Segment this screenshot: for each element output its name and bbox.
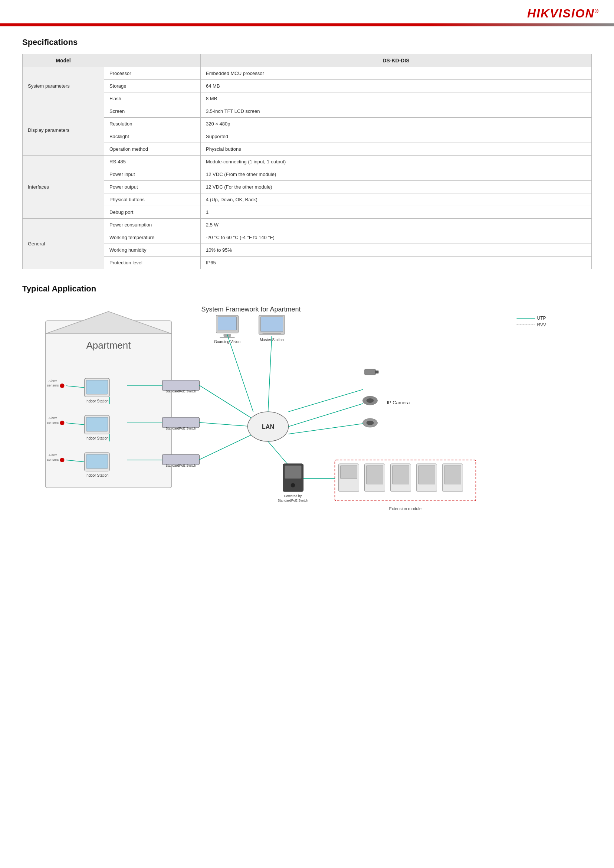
extension-module-label: Extension module — [389, 506, 422, 511]
table-row: Operation methodPhyscial buttons — [23, 143, 592, 156]
value-cell: 1 — [201, 206, 592, 219]
table-row: Working humidity10% to 95% — [23, 244, 592, 257]
svg-text:Powered by: Powered by — [284, 494, 302, 498]
value-cell: -20 °C to 60 °C (-4 °F to 140 °F) — [201, 231, 592, 244]
legend-utp: UTP — [537, 316, 546, 321]
svg-point-44 — [291, 483, 295, 487]
col-model-value: DS-KD-DIS — [201, 54, 592, 67]
value-cell: 10% to 95% — [201, 244, 592, 257]
typical-application-section: Typical Application System Framework for… — [22, 284, 592, 516]
param-cell: Physical buttons — [104, 193, 201, 206]
param-cell: Backlight — [104, 130, 201, 143]
svg-text:sensors: sensors — [47, 421, 59, 424]
svg-line-54 — [228, 334, 253, 412]
table-row: Flash8 MB — [23, 92, 592, 105]
category-cell: Display parameters — [23, 105, 104, 156]
table-row: Resolution320 × 480p — [23, 118, 592, 130]
spec-tbody: System parametersProcessorEmbedded MCU p… — [23, 67, 592, 269]
svg-line-64 — [288, 424, 363, 434]
param-cell: Working temperature — [104, 231, 201, 244]
value-cell: 8 MB — [201, 92, 592, 105]
svg-rect-50 — [220, 337, 235, 338]
svg-text:sensors: sensors — [47, 458, 59, 462]
ip-camera-label: IP Camera — [387, 400, 410, 405]
param-cell: Debug port — [104, 206, 201, 219]
param-cell: Flash — [104, 92, 201, 105]
svg-text:Indoor Station: Indoor Station — [85, 399, 109, 403]
param-cell: Power consumption — [104, 219, 201, 231]
value-cell: 2.5 W — [201, 219, 592, 231]
svg-rect-75 — [445, 465, 461, 484]
svg-point-59 — [366, 398, 374, 403]
svg-point-61 — [366, 421, 374, 425]
value-cell: 4 (Up, Down, OK, Back) — [201, 193, 592, 206]
col-model: Model — [23, 54, 104, 67]
svg-rect-12 — [163, 380, 200, 390]
value-cell: Embedded MCU processor — [201, 67, 592, 80]
svg-rect-71 — [392, 465, 409, 484]
svg-rect-53 — [263, 333, 281, 334]
svg-text:StandardPoE Switch: StandardPoE Switch — [166, 389, 196, 393]
svg-line-55 — [268, 336, 272, 412]
param-cell: Resolution — [104, 118, 201, 130]
specifications-title: Specifications — [22, 37, 592, 47]
svg-text:Indoor Station: Indoor Station — [85, 436, 109, 440]
logo-vision: VISION — [550, 7, 594, 20]
guarding-vision-label: Guarding Vision — [214, 340, 240, 344]
value-cell: 64 MB — [201, 80, 592, 92]
table-header-row: Model DS-KD-DIS — [23, 54, 592, 67]
table-row: InterfacesRS-485Module-connecting (1 inp… — [23, 156, 592, 168]
svg-rect-23 — [163, 417, 200, 428]
table-row: GeneralPower consumption2.5 W — [23, 219, 592, 231]
param-cell: Power input — [104, 168, 201, 181]
page-content: Specifications Model DS-KD-DIS System pa… — [0, 37, 614, 516]
param-cell: Storage — [104, 80, 201, 92]
logo-registered: ® — [595, 8, 599, 14]
diagram-title: System Framework for Apartment — [202, 306, 301, 313]
category-cell: General — [23, 219, 104, 269]
table-row: Working temperature-20 °C to 60 °C (-4 °… — [23, 231, 592, 244]
header: HIKVISION® — [0, 0, 614, 23]
diagram-container: System Framework for Apartment UTP RVV A… — [22, 300, 592, 516]
svg-rect-33 — [163, 454, 200, 465]
svg-line-37 — [200, 423, 253, 426]
param-cell: Protection level — [104, 257, 201, 269]
svg-line-38 — [200, 434, 253, 460]
table-row: Power output12 VDC (For the other module… — [23, 181, 592, 193]
svg-text:Alarm: Alarm — [49, 453, 57, 457]
table-row: Storage64 MB — [23, 80, 592, 92]
svg-text:StandardPoE Switch: StandardPoE Switch — [166, 464, 196, 467]
svg-text:StandardPoE Switch: StandardPoE Switch — [166, 426, 196, 430]
category-cell: System parameters — [23, 67, 104, 105]
category-cell: Interfaces — [23, 156, 104, 219]
col-empty — [104, 54, 201, 67]
value-cell: Supported — [201, 130, 592, 143]
svg-point-26 — [60, 458, 65, 462]
value-cell: Module-connecting (1 input, 1 output) — [201, 156, 592, 168]
svg-line-36 — [200, 385, 253, 419]
param-cell: Operation method — [104, 143, 201, 156]
hikvision-logo: HIKVISION® — [527, 7, 599, 20]
value-cell: 12 VDC (For the other module) — [201, 181, 592, 193]
svg-text:Alarm: Alarm — [49, 416, 57, 420]
svg-rect-57 — [375, 370, 379, 373]
value-cell: IP65 — [201, 257, 592, 269]
svg-rect-48 — [218, 317, 237, 330]
table-row: Physical buttons4 (Up, Down, OK, Back) — [23, 193, 592, 206]
svg-rect-73 — [419, 465, 435, 484]
typical-application-title: Typical Application — [22, 284, 592, 294]
param-cell: Processor — [104, 67, 201, 80]
svg-rect-67 — [341, 465, 357, 479]
table-row: Display parametersScreen3.5-inch TFT LCD… — [23, 105, 592, 118]
svg-rect-69 — [366, 465, 383, 484]
table-row: Debug port1 — [23, 206, 592, 219]
param-cell: RS-485 — [104, 156, 201, 168]
svg-point-15 — [60, 421, 65, 425]
svg-rect-19 — [87, 417, 108, 431]
value-cell: 320 × 480p — [201, 118, 592, 130]
value-cell: 12 VDC (From the other module) — [201, 168, 592, 181]
svg-text:StandardPoE Switch: StandardPoE Switch — [278, 499, 308, 502]
param-cell: Power output — [104, 181, 201, 193]
svg-rect-30 — [87, 454, 108, 468]
param-cell: Screen — [104, 105, 201, 118]
